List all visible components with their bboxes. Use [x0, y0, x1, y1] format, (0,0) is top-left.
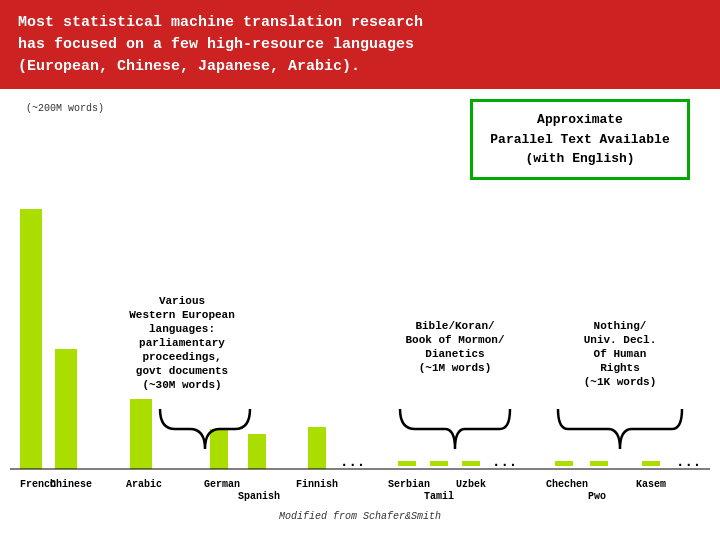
brace-bible — [400, 409, 510, 449]
header-box: Most statistical machine translation res… — [0, 0, 720, 89]
bar-pwo — [590, 461, 608, 466]
label-tamil: Tamil — [424, 491, 454, 502]
bar-serbian — [398, 461, 416, 466]
text-western-2: Western European — [129, 309, 235, 321]
text-nothing-5: (~1K words) — [584, 376, 657, 388]
bar-spanish — [248, 434, 266, 469]
text-nothing-4: Rights — [600, 362, 640, 374]
text-bible-1: Bible/Koran/ — [415, 320, 495, 332]
text-nothing-1: Nothing/ — [594, 320, 647, 332]
label-serbian: Serbian — [388, 479, 430, 490]
label-german: German — [204, 479, 240, 490]
brace-nothing — [558, 409, 682, 449]
chart-svg: ... ... ... French Chinese Arabic German… — [0, 89, 720, 521]
text-nothing-2: Univ. Decl. — [584, 334, 657, 346]
bar-finnish — [308, 427, 326, 469]
ellipsis-nothing: ... — [676, 454, 701, 470]
label-pwo: Pwo — [588, 491, 606, 502]
text-bible-2: Book of Mormon/ — [405, 334, 504, 346]
label-kasem: Kasem — [636, 479, 666, 490]
label-uzbek: Uzbek — [456, 479, 486, 490]
text-western-6: govt documents — [136, 365, 228, 377]
text-western-7: (~30M words) — [142, 379, 221, 391]
modified-label: Modified from Schafer&Smith — [279, 511, 441, 521]
bar-tamil — [430, 461, 448, 466]
label-chinese: Chinese — [50, 479, 92, 490]
bar-uzbek — [462, 461, 480, 466]
header-text: Most statistical machine translation res… — [18, 14, 423, 75]
text-western-3: languages: — [149, 323, 215, 335]
label-finnish: Finnish — [296, 479, 338, 490]
label-spanish: Spanish — [238, 491, 280, 502]
label-arabic: Arabic — [126, 479, 162, 490]
bar-arabic — [130, 399, 152, 469]
ellipsis-western: ... — [340, 454, 365, 470]
main-area: (~200M words) Approximate Parallel Text … — [0, 89, 720, 521]
text-bible-4: (~1M words) — [419, 362, 492, 374]
text-western-4: parliamentary — [139, 337, 225, 349]
bar-german — [210, 429, 228, 469]
text-western-5: proceedings, — [142, 351, 221, 363]
brace-western — [160, 409, 250, 449]
bar-chinese — [55, 349, 77, 469]
text-bible-3: Dianetics — [425, 348, 484, 360]
bar-chechen — [555, 461, 573, 466]
ellipsis-bible: ... — [492, 454, 517, 470]
bar-french — [20, 209, 42, 469]
bar-kasem — [642, 461, 660, 466]
text-western-1: Various — [159, 295, 205, 307]
text-nothing-3: Of Human — [594, 348, 647, 360]
label-chechen: Chechen — [546, 479, 588, 490]
